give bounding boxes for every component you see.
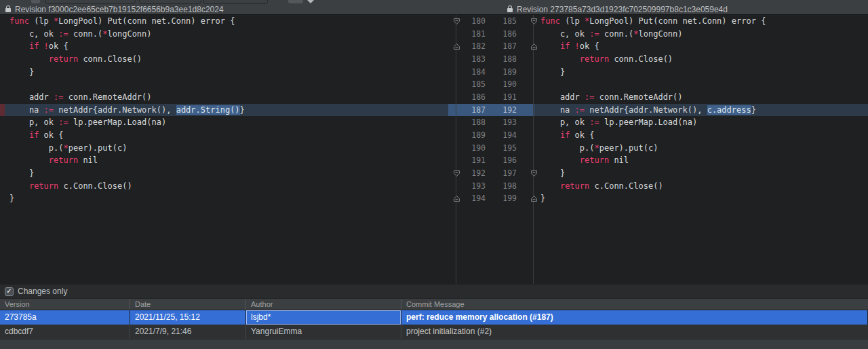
code-line[interactable]: return conn.Close() bbox=[0, 53, 448, 66]
check-icon: ✓ bbox=[6, 288, 12, 295]
fold-region-end-icon[interactable] bbox=[453, 195, 460, 202]
code-line[interactable]: c, ok := conn.(*longConn) bbox=[0, 28, 448, 41]
code-line[interactable]: } bbox=[534, 66, 868, 79]
column-header-commit-message[interactable]: Commit Message bbox=[401, 299, 868, 310]
code-segment bbox=[9, 41, 29, 51]
fold-region-start-icon[interactable] bbox=[453, 170, 460, 177]
code-segment: := bbox=[575, 105, 585, 115]
code-segment: ok { bbox=[39, 130, 63, 140]
code-segment: nil bbox=[78, 155, 98, 165]
code-segment: conn.Close() bbox=[78, 54, 142, 64]
fold-region-start-icon[interactable] bbox=[530, 170, 538, 177]
fold-region-start-icon[interactable] bbox=[453, 18, 460, 25]
code-segment: na bbox=[540, 105, 575, 115]
code-segment: } bbox=[9, 67, 34, 77]
code-line[interactable]: na := netAddr{addr.Network(), c.address} bbox=[534, 104, 868, 117]
gutter-line: 192197 bbox=[448, 167, 534, 180]
code-segment: longConn) bbox=[639, 29, 683, 39]
code-line[interactable] bbox=[534, 78, 868, 91]
table-cell[interactable]: cdbcdf7 bbox=[0, 325, 130, 339]
code-line[interactable]: c, ok := conn.(*longConn) bbox=[534, 28, 868, 41]
code-segment: return bbox=[580, 155, 609, 165]
code-line[interactable]: return c.Conn.Close() bbox=[0, 180, 448, 193]
code-segment: * bbox=[63, 143, 68, 153]
code-line[interactable]: addr := conn.RemoteAddr() bbox=[534, 91, 868, 104]
fold-column-line bbox=[456, 15, 456, 284]
code-line[interactable]: if ok { bbox=[0, 129, 448, 142]
filter-icon[interactable] bbox=[307, 0, 314, 3]
fold-region-end-icon[interactable] bbox=[530, 43, 538, 50]
table-cell[interactable]: project initialization (#2) bbox=[401, 325, 868, 339]
left-line-number: 191 bbox=[448, 154, 486, 167]
fold-region-start-icon[interactable] bbox=[530, 18, 538, 25]
fold-region-end-icon[interactable] bbox=[530, 195, 538, 202]
code-segment bbox=[540, 155, 580, 165]
gutter-line: 181186 bbox=[448, 28, 534, 41]
code-segment: } bbox=[540, 194, 545, 203]
gutter-line: 183188 bbox=[448, 53, 534, 66]
right-line-number: 194 bbox=[486, 129, 517, 142]
code-line[interactable]: } bbox=[534, 192, 868, 205]
code-line[interactable]: } bbox=[0, 66, 448, 79]
code-line[interactable]: p.(*peer).put(c) bbox=[534, 142, 868, 155]
changes-only-row: ✓ Changes only bbox=[0, 284, 868, 298]
right-line-number: 191 bbox=[486, 91, 517, 104]
code-line[interactable]: } bbox=[534, 167, 868, 180]
code-segment: return bbox=[49, 54, 78, 64]
diff-gutter: 1801851811861821871831881841891851901861… bbox=[448, 15, 534, 205]
code-line[interactable]: addr := conn.RemoteAddr() bbox=[0, 91, 448, 104]
code-segment bbox=[540, 54, 580, 64]
column-header-version[interactable]: Version bbox=[0, 299, 130, 310]
right-line-number: 193 bbox=[486, 116, 517, 129]
diff-changed-word: addr.String() bbox=[176, 105, 240, 115]
code-line[interactable]: p, ok := lp.peerMap.Load(na) bbox=[0, 116, 448, 129]
table-cell[interactable]: 273785a bbox=[0, 310, 130, 325]
code-segment: return bbox=[580, 54, 609, 64]
code-line[interactable]: return nil bbox=[534, 154, 868, 167]
table-cell[interactable]: YangruiEmma bbox=[246, 325, 401, 339]
code-line[interactable]: return c.Conn.Close() bbox=[534, 180, 868, 193]
right-line-number: 189 bbox=[486, 66, 517, 79]
right-line-number: 195 bbox=[486, 142, 517, 155]
toolbar-button[interactable] bbox=[31, 0, 40, 3]
table-cell[interactable]: 2021/7/9, 21:46 bbox=[130, 325, 246, 339]
code-line[interactable]: return nil bbox=[0, 154, 448, 167]
code-segment: func bbox=[540, 16, 560, 26]
diff-editor: func (lp *LongPool) Put(conn net.Conn) e… bbox=[0, 15, 868, 284]
diff-changed-word: c.address bbox=[707, 105, 751, 115]
table-row[interactable]: 273785a2021/11/25, 15:12lsjbd*perf: redu… bbox=[0, 310, 868, 325]
changes-only-checkbox[interactable]: ✓ bbox=[5, 287, 14, 296]
code-line[interactable] bbox=[0, 78, 448, 91]
code-line[interactable]: } bbox=[0, 167, 448, 180]
history-table-header: VersionDateAuthorCommit Message bbox=[0, 298, 868, 310]
code-segment: p, ok bbox=[540, 117, 589, 127]
right-revision-label: Revision 273785a73d3d1923fc702509997b8c1… bbox=[517, 5, 728, 14]
gutter-line: 187192 bbox=[448, 104, 534, 117]
code-line[interactable]: if ok { bbox=[534, 129, 868, 142]
changes-only-label: Changes only bbox=[18, 287, 67, 296]
code-segment: := bbox=[585, 92, 594, 102]
code-segment: ok { bbox=[570, 130, 594, 140]
code-segment: peer).put(c) bbox=[68, 143, 127, 153]
table-cell[interactable]: 2021/11/25, 15:12 bbox=[130, 310, 246, 325]
code-line[interactable]: return conn.Close() bbox=[534, 53, 868, 66]
table-row[interactable]: cdbcdf72021/7/9, 21:46YangruiEmmaproject… bbox=[0, 325, 868, 339]
code-segment: addr bbox=[9, 92, 54, 102]
code-line[interactable]: na := netAddr{addr.Network(), addr.Strin… bbox=[0, 104, 448, 117]
column-header-author[interactable]: Author bbox=[246, 299, 401, 310]
code-segment: nil bbox=[609, 155, 629, 165]
code-line[interactable]: func (lp *LongPool) Put(conn net.Conn) e… bbox=[534, 15, 868, 28]
code-line[interactable]: if !ok { bbox=[534, 40, 868, 53]
code-line[interactable]: p.(*peer).put(c) bbox=[0, 142, 448, 155]
code-line[interactable]: p, ok := lp.peerMap.Load(na) bbox=[534, 116, 868, 129]
code-line[interactable]: } bbox=[0, 192, 448, 205]
code-line[interactable]: if !ok { bbox=[0, 40, 448, 53]
fold-region-end-icon[interactable] bbox=[453, 43, 460, 50]
table-cell[interactable]: perf: reduce memory allocation (#187) bbox=[401, 310, 868, 325]
toolbar-button[interactable] bbox=[288, 0, 303, 3]
code-segment: } bbox=[540, 67, 565, 77]
table-cell[interactable]: lsjbd* bbox=[246, 310, 401, 325]
column-header-date[interactable]: Date bbox=[130, 299, 246, 310]
code-segment: lp.peerMap.Load(na) bbox=[68, 117, 167, 127]
code-line[interactable]: func (lp *LongPool) Put(conn net.Conn) e… bbox=[0, 15, 448, 28]
